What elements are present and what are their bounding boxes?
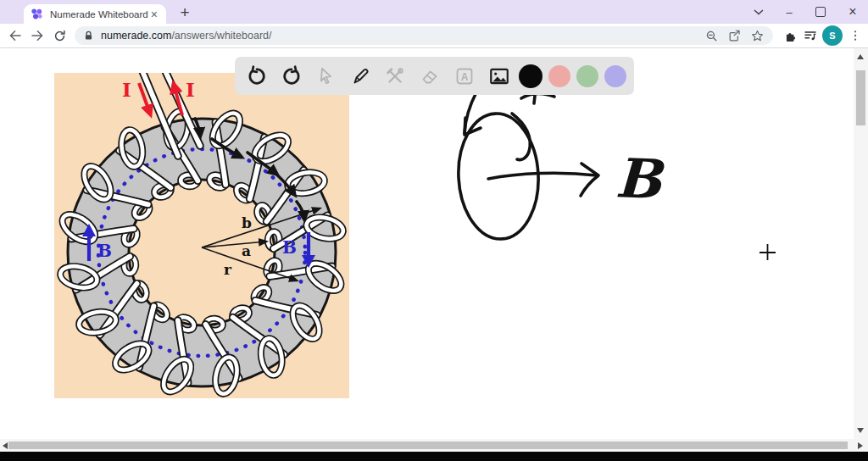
eraser-tool-button[interactable] [415, 62, 444, 91]
field-left-label: B [97, 241, 112, 261]
reload-icon [53, 29, 67, 43]
tab-title: Numerade Whiteboard [50, 9, 149, 19]
text-tool-icon: A [454, 66, 475, 86]
playlist-music-icon [803, 28, 818, 43]
undo-icon [246, 65, 268, 87]
horizontal-scroll-thumb[interactable] [8, 442, 848, 449]
url-text: numerade.com/answers/whiteboard/ [101, 30, 272, 42]
zoom-icon[interactable] [704, 29, 719, 43]
puzzle-icon [783, 29, 798, 43]
eraser-icon [420, 66, 440, 86]
redo-button[interactable] [277, 62, 306, 91]
numerade-favicon [31, 8, 43, 20]
address-bar[interactable]: numerade.com/answers/whiteboard/ [75, 26, 773, 45]
pen-icon [351, 66, 371, 86]
horizontal-scrollbar[interactable] [0, 439, 868, 452]
sketch-loop-drawing [455, 88, 554, 241]
back-arrow-icon [8, 28, 23, 43]
scroll-up-icon[interactable] [857, 54, 864, 59]
color-swatch-purple[interactable] [604, 65, 626, 87]
toroid-figure-image: I I b a r B B [54, 73, 349, 398]
bookmark-star-icon[interactable] [750, 29, 765, 43]
back-button[interactable] [5, 25, 25, 46]
scroll-left-icon[interactable] [3, 442, 8, 449]
lock-icon[interactable] [83, 30, 94, 42]
forward-arrow-icon [30, 28, 45, 43]
close-window-button[interactable]: × [838, 0, 867, 24]
extensions-button[interactable] [780, 25, 800, 46]
current-left-label: I [122, 78, 131, 101]
radius-a-label: a [242, 242, 251, 259]
tab-close-icon[interactable]: × [149, 8, 159, 20]
maximize-icon [815, 7, 826, 17]
color-swatch-red[interactable] [548, 65, 570, 87]
scroll-right-icon[interactable] [858, 442, 863, 449]
color-swatch-black[interactable] [519, 64, 542, 88]
cursor-icon [316, 66, 337, 86]
undo-button[interactable] [242, 62, 271, 91]
whiteboard-toolbar: A [235, 57, 634, 95]
url-path: /answers/whiteboard/ [171, 30, 271, 42]
image-icon [488, 65, 510, 87]
image-tool-button[interactable] [485, 62, 514, 91]
share-icon[interactable] [727, 29, 742, 43]
text-tool-glyph: A [461, 70, 469, 82]
pen-tool-button[interactable] [347, 62, 376, 91]
window-chevron-button[interactable] [744, 0, 773, 24]
sketch-field-label: B [615, 146, 666, 211]
pointer-tool-button[interactable] [312, 62, 341, 91]
current-right-label: I [186, 78, 195, 101]
radius-b-label: b [242, 214, 252, 231]
sketch-field-arrow [488, 164, 598, 196]
drawing-crosshair-cursor [760, 244, 776, 260]
scroll-down-icon[interactable] [857, 428, 864, 433]
radius-r-label: r [224, 261, 232, 278]
browser-tab[interactable]: Numerade Whiteboard × [24, 4, 166, 24]
color-swatch-green[interactable] [576, 65, 598, 87]
field-right-label: B [282, 237, 297, 258]
tools-button[interactable] [381, 62, 409, 91]
kebab-icon [849, 29, 862, 42]
crossed-tools-icon [385, 66, 405, 86]
chevron-down-icon [754, 9, 764, 15]
bottom-black-bar [0, 452, 868, 461]
forward-button[interactable] [27, 25, 47, 46]
new-tab-button[interactable]: + [175, 3, 195, 24]
vertical-scrollbar[interactable] [854, 48, 868, 439]
menu-kebab-button[interactable] [845, 25, 865, 46]
profile-avatar[interactable]: S [822, 25, 843, 46]
text-tool-button[interactable]: A [450, 62, 479, 91]
redo-icon [281, 65, 303, 87]
vertical-scroll-thumb[interactable] [856, 70, 865, 125]
media-controls-button[interactable] [800, 25, 821, 46]
maximize-button[interactable] [806, 0, 835, 24]
reload-button[interactable] [49, 25, 70, 46]
url-domain: numerade.com [101, 30, 171, 42]
browser-titlebar: Numerade Whiteboard × + – × [0, 0, 868, 24]
minimize-button[interactable]: – [775, 0, 804, 24]
